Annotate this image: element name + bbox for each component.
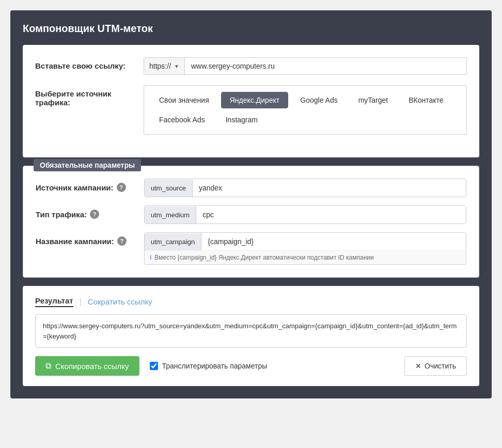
source-btn-yandex[interactable]: Яндекс.Директ: [221, 92, 289, 108]
source-btn-google[interactable]: Google Ads: [291, 92, 346, 108]
hint-icon: i: [150, 254, 151, 261]
param-tag-campaign: utm_campaign: [145, 233, 201, 250]
source-btn-vk[interactable]: ВКонтакте: [400, 92, 452, 108]
protocol-label: https://: [149, 62, 171, 70]
required-params-title: Обязательные параметры: [34, 159, 141, 171]
param-input-row-campaign: utm_campaign: [145, 233, 466, 250]
source-btn-mytarget[interactable]: myTarget: [350, 92, 397, 108]
param-hint-text: Вместо {campaign_id} Яндекс.Директ автом…: [154, 254, 373, 261]
param-label-campaign-text: Название кампании:: [36, 237, 114, 246]
url-text-input[interactable]: [185, 58, 466, 74]
param-label-source-text: Источник кампании:: [36, 183, 114, 192]
main-container: Компоновщик UTM-меток Вставьте свою ссыл…: [10, 10, 492, 398]
url-source-card: Вставьте свою ссылку: https:// ▼ Выберит…: [23, 45, 479, 157]
source-buttons-area: Свои значения Яндекс.Директ Google Ads m…: [144, 85, 467, 135]
source-buttons-group: Свои значения Яндекс.Директ Google Ads m…: [144, 85, 467, 135]
clear-button[interactable]: ✕ Очистить: [404, 356, 467, 376]
transliterate-label-text: Транслитерировать параметры: [162, 362, 268, 370]
url-label: Вставьте свою ссылку:: [35, 57, 144, 70]
param-label-source: Источник кампании: ?: [36, 179, 144, 192]
tab-divider: |: [80, 297, 82, 307]
source-btn-custom[interactable]: Свои значения: [150, 92, 218, 108]
traffic-source-label: Выберите источниктрафика:: [35, 85, 144, 107]
page-title: Компоновщик UTM-меток: [23, 23, 479, 35]
copy-button-label: Скопировать ссылку: [55, 362, 129, 371]
param-hint-campaign: i Вместо {campaign_id} Яндекс.Директ авт…: [145, 250, 466, 264]
help-icon-source[interactable]: ?: [117, 183, 126, 192]
param-label-campaign: Название кампании: ?: [36, 232, 144, 246]
help-icon-campaign[interactable]: ?: [117, 236, 127, 246]
param-input-medium: utm_medium: [144, 205, 466, 224]
param-value-medium[interactable]: [196, 206, 466, 223]
transliterate-checkbox-label[interactable]: Транслитерировать параметры: [150, 362, 268, 370]
url-input-area: https:// ▼: [144, 57, 467, 75]
url-input-wrapper: https:// ▼: [144, 57, 467, 75]
copy-button[interactable]: ⧉ Скопировать ссылку: [35, 356, 139, 376]
url-row: Вставьте свою ссылку: https:// ▼: [35, 57, 467, 75]
transliterate-checkbox[interactable]: [150, 362, 158, 370]
param-tag-medium: utm_medium: [145, 206, 196, 223]
result-tab-secondary[interactable]: Сократить ссылку: [88, 297, 152, 306]
param-row-campaign: Название кампании: ? utm_campaign i Вмес…: [36, 232, 466, 265]
result-actions: ⧉ Скопировать ссылку Транслитерировать п…: [35, 356, 467, 376]
copy-icon: ⧉: [45, 361, 51, 371]
source-btn-instagram[interactable]: Instagram: [217, 111, 266, 128]
protocol-select[interactable]: https:// ▼: [144, 58, 185, 74]
traffic-source-row: Выберите источниктрафика: Свои значения …: [35, 85, 467, 135]
result-url-box[interactable]: https://www.sergey-computers.ru?utm_sour…: [35, 314, 467, 348]
param-row-source: Источник кампании: ? utm_source: [36, 179, 466, 197]
param-value-source[interactable]: [193, 179, 466, 197]
param-input-source: utm_source: [144, 179, 466, 197]
chevron-down-icon: ▼: [174, 63, 179, 69]
param-input-campaign: utm_campaign i Вместо {campaign_id} Янде…: [144, 232, 466, 265]
clear-button-label: Очистить: [425, 362, 456, 370]
result-tabs: Результат | Сократить ссылку: [35, 296, 467, 307]
result-card: Результат | Сократить ссылку https://www…: [23, 286, 479, 386]
required-params-card: Обязательные параметры Источник кампании…: [23, 166, 479, 278]
help-icon-medium[interactable]: ?: [90, 210, 99, 219]
param-tag-source: utm_source: [145, 180, 193, 197]
param-input-row-medium: utm_medium: [145, 206, 466, 223]
param-row-medium: Тип трафика: ? utm_medium: [36, 205, 466, 224]
param-label-medium: Тип трафика: ?: [36, 205, 144, 219]
result-tab-active[interactable]: Результат: [35, 296, 73, 307]
param-input-row-source: utm_source: [145, 179, 466, 197]
param-label-medium-text: Тип трафика:: [36, 210, 87, 219]
clear-icon: ✕: [415, 362, 421, 370]
param-value-campaign[interactable]: [201, 233, 466, 250]
source-btn-facebook[interactable]: Facebook Ads: [150, 111, 214, 128]
